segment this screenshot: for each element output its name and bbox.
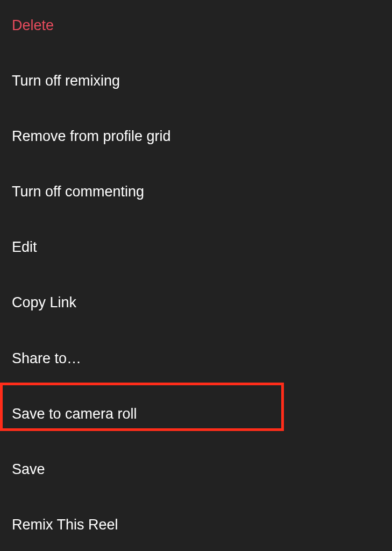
- remix-this-reel-option[interactable]: Remix This Reel: [0, 505, 392, 545]
- share-to-option[interactable]: Share to…: [0, 338, 392, 379]
- save-option[interactable]: Save: [0, 449, 392, 490]
- action-menu: Delete Turn off remixing Remove from pro…: [0, 0, 392, 551]
- remove-from-profile-grid-option[interactable]: Remove from profile grid: [0, 116, 392, 157]
- turn-off-remixing-option[interactable]: Turn off remixing: [0, 61, 392, 101]
- copy-link-option[interactable]: Copy Link: [0, 282, 392, 323]
- turn-off-commenting-option[interactable]: Turn off commenting: [0, 172, 392, 212]
- delete-option[interactable]: Delete: [0, 5, 392, 46]
- save-to-camera-roll-option[interactable]: Save to camera roll: [0, 394, 392, 434]
- edit-option[interactable]: Edit: [0, 227, 392, 267]
